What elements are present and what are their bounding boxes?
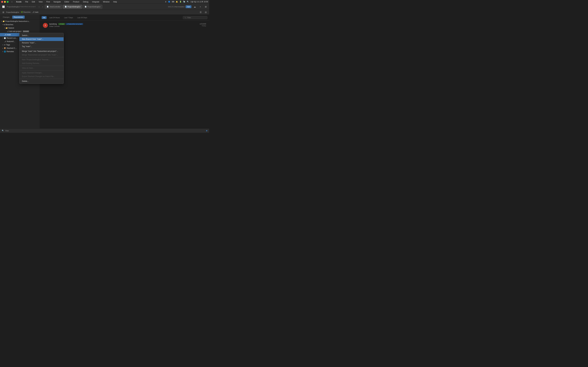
chevron-down-icon: ▾ [1,20,2,22]
tab-projectsettingext-active[interactable]: 📄 ProjectSettingExt [63,5,82,9]
ctx-merge-into-main: Merge "feature/test-set-project" into "m… [19,53,64,57]
file-menu[interactable]: File [25,0,29,3]
ctx-tag[interactable]: Tag "main"... [19,45,64,48]
sidebar-tabs: Changes Repositories [0,15,40,20]
debug-menu[interactable]: Debug [82,0,89,3]
breadcrumb-project[interactable]: ProjectSettingExt [6,11,19,13]
apple-menu[interactable]:  [11,0,13,3]
tab-label-active: ProjectSettingExt [68,6,80,8]
remote-icon: 🌐 [4,51,6,53]
minimize-button[interactable] [4,1,6,3]
tree-feature[interactable]: ▾ 📂 feature [0,26,40,30]
filter-7d-button[interactable]: Last 7 Days [63,16,75,19]
filter-icon-status: 🔍 [2,130,4,132]
tab-projectsettingext-2[interactable]: 📄 ProjectSettingExt [83,5,102,9]
cloud-icon[interactable]: ☁ [193,5,197,9]
branch-icon: ⎇ [7,30,9,33]
maximize-button[interactable] [7,1,9,3]
split-view-button[interactable]: ⊞ [204,5,208,9]
branches-icon: ⑆ [4,24,5,25]
content-area: All Last 24 Hours Last 7 Days Last 30 Da… [40,15,209,128]
product-menu[interactable]: Product [72,0,80,3]
project-name: ProjectSettingExt [7,6,20,8]
commit-item[interactable]: l lyoodong ⎇ main ⎇ feature/test-set-pro… [42,22,207,29]
tree-tags-label: Tags [6,44,10,46]
ctx-merge-into-feature[interactable]: Merge "main" into "feature/test-set-proj… [19,49,64,53]
ctx-view-host: View on Host... [19,66,64,70]
search-icon[interactable]: 🔍 [187,1,189,3]
filter-input-wrap[interactable]: ⌥ [183,16,207,19]
commit-author: lyoodong [49,23,57,25]
ctx-apply-stash: Apply Stashed Changes... [19,71,64,75]
get-button[interactable]: Get [186,5,191,8]
airplay-icon: 🔵 [168,1,170,3]
inspector-toggle-button[interactable]: ⊟ [204,10,208,14]
commit-tags: ⎇ main ⎇ feature/test-set-project [58,23,83,25]
list-view-button[interactable]: ☰ [199,10,203,14]
commit-message: Initial Commit [49,25,198,27]
tree-branches[interactable]: ▾ ⑆ Branches [0,23,40,26]
filter-all-button[interactable]: All [42,16,47,19]
chevron-right-icon-3: ▸ [2,51,3,52]
ctx-new-branch[interactable]: New Branch from "main"... [19,37,64,41]
ctx-delete[interactable]: Delete... [19,79,64,83]
edit-menu[interactable]: Edit [31,0,36,3]
file-icon-3: 📄 [85,6,86,8]
menubar:  Xcode File Edit View Find Navigate Edi… [0,0,209,4]
battery-icon: 🔋 [180,1,182,3]
context-menu: Switch... New Branch from "main"... Rena… [19,33,64,84]
close-button[interactable] [1,1,3,3]
ctx-sep-5 [19,79,64,79]
filter-30d-button[interactable]: Last 30 Days [76,16,89,19]
filter-24h-button[interactable]: Last 24 Hours [48,16,61,19]
wifi-icon: 📡 [183,1,185,3]
tree-project[interactable]: ▾ 📁 ProjectSettingExt feature/test-s... [0,20,40,23]
navigator-toggle-button[interactable]: ⊞ [1,10,6,14]
breadcrumb-branches[interactable]: 🌿 Branches [21,11,31,13]
statusbar: 🔍 Filter [0,128,209,133]
tree-test-label: test-set-project [9,30,21,33]
navigate-menu[interactable]: Navigate [53,0,61,3]
tab-label: ViewController [50,6,60,8]
ios-warning: iOS 17.2 Not Installed [168,6,184,8]
tag-icon: 🏷 [4,44,6,46]
mic-icon: 🎙 [165,1,167,3]
tab-label-2: ProjectSettingExt [87,6,100,8]
filter-label[interactable]: Filter [5,130,9,132]
find-menu[interactable]: Find [46,0,50,3]
integrate-menu[interactable]: Integrate [91,0,100,3]
tab-repositories[interactable]: Repositories [12,16,25,19]
tab-changes[interactable]: Changes [1,16,11,19]
view-menu[interactable]: View [38,0,43,3]
commit-list: l lyoodong ⎇ main ⎇ feature/test-set-pro… [40,20,209,30]
back-button[interactable]: ‹ [37,5,41,8]
sidebar-toggle-button[interactable]: ⬜ [1,5,6,9]
breadcrumb-sep-1: › [20,11,20,13]
tree-project-label: ProjectSettingExt feature/test-s... [5,20,30,22]
tree-branches-label: Branches [6,24,13,26]
help-menu[interactable]: Help [112,0,118,3]
filter-input[interactable] [187,17,206,18]
ctx-export-stash: Export Stashed Changes as Patch File... [19,75,64,78]
branch-icon-2: ⎇ [4,34,6,36]
traffic-lights [1,1,9,3]
statusbar-right [206,130,207,131]
chevron-right-icon-2: ▸ [2,47,3,49]
tree-main-label: main [7,34,11,36]
add-tab-button[interactable]: + [198,5,202,9]
ctx-rename[interactable]: Rename "main"... [19,41,64,45]
tree-test-set-project[interactable]: ⎇ test-set-project (current) [0,30,40,33]
ctx-sep-3 [19,66,64,66]
editor-menu[interactable]: Editor [64,0,70,3]
breadcrumb-main[interactable]: ⎇ main [32,11,38,13]
toolbar: ⬜ ProjectSettingExt feature/test-set-pro… [0,4,209,10]
breadcrumb: ProjectSettingExt › 🌿 Branches › ⎇ main [6,11,38,13]
filter-bar: All Last 24 Hours Last 7 Days Last 30 Da… [40,15,209,20]
xcode-menu[interactable]: Xcode [15,0,22,3]
ctx-switch[interactable]: Switch... [19,34,64,37]
forward-button[interactable]: › [41,5,44,8]
tree-feature-label: feature [9,27,14,29]
tab-viewcontroller[interactable]: 📄 ViewController [45,5,62,9]
window-menu[interactable]: Window [102,0,110,3]
status-dot [206,130,207,131]
